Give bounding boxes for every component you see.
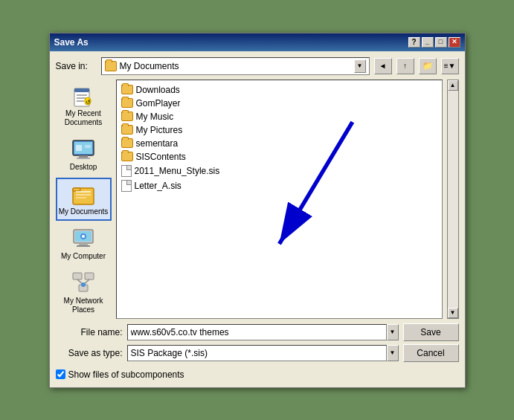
scroll-up-button[interactable]: ▲	[448, 80, 458, 91]
dialog-body: Save in: My Documents ▼ ◄ ↑ 📁 ≡▼	[50, 51, 465, 387]
file-scrollbar[interactable]: ▲ ▼	[447, 80, 459, 319]
svg-rect-15	[76, 191, 91, 193]
my-computer-icon	[71, 227, 95, 251]
save-type-label: Save as type:	[56, 348, 123, 358]
file-name-dropdown[interactable]: ▼	[387, 324, 399, 340]
back-button[interactable]: ◄	[374, 58, 392, 74]
views-icon: ≡▼	[444, 62, 456, 70]
list-item[interactable]: SISContents	[120, 150, 439, 164]
list-item[interactable]: My Music	[120, 110, 439, 123]
recent-docs-icon: ↺	[71, 84, 95, 108]
dropdown-arrow-icon: ▼	[357, 62, 363, 69]
nav-documents[interactable]: My Documents	[56, 178, 112, 221]
file-item-name: SISContents	[136, 152, 186, 162]
save-type-dropdown[interactable]: ▼	[387, 345, 399, 361]
folder-icon	[121, 112, 133, 121]
doc-icon	[121, 165, 132, 177]
save-button[interactable]: Save	[403, 323, 459, 341]
svg-rect-11	[76, 145, 82, 151]
close-button[interactable]: ✕	[449, 37, 460, 48]
nav-network[interactable]: My NetworkPlaces	[56, 267, 112, 319]
network-icon	[71, 271, 95, 295]
svg-rect-24	[73, 273, 82, 280]
show-subcomponents-checkbox[interactable]	[56, 369, 65, 379]
title-bar: Save As ? _ □ ✕	[50, 33, 465, 51]
recent-label: My RecentDocuments	[65, 109, 103, 127]
desktop-icon	[71, 138, 95, 161]
save-in-label: Save in:	[56, 61, 97, 71]
file-panel[interactable]: Downloads GomPlayer My Music My Pictures	[116, 80, 443, 319]
bottom-rows: File name: ▼ Save Save as type: ▼ C	[56, 323, 459, 362]
file-item-name: My Pictures	[136, 125, 183, 135]
doc-icon	[121, 180, 132, 192]
folder-icon	[121, 138, 133, 148]
svg-rect-14	[73, 188, 80, 191]
cancel-button[interactable]: Cancel	[403, 344, 459, 362]
save-in-dropdown-arrow[interactable]: ▼	[354, 59, 366, 73]
desktop-label: Desktop	[70, 163, 97, 172]
list-item[interactable]: Downloads	[120, 83, 439, 97]
up-button[interactable]: ↑	[396, 58, 414, 74]
documents-label: My Documents	[59, 207, 109, 216]
file-name-label: File name:	[56, 327, 123, 337]
up-icon: ↑	[403, 62, 407, 70]
nav-desktop[interactable]: Desktop	[56, 133, 112, 176]
nav-recent[interactable]: ↺ My RecentDocuments	[56, 80, 112, 132]
folder-icon	[121, 98, 133, 108]
svg-point-23	[82, 235, 85, 238]
svg-rect-16	[76, 194, 91, 196]
svg-rect-17	[76, 197, 86, 198]
back-icon: ◄	[379, 62, 387, 70]
minimize-button[interactable]: _	[422, 37, 434, 48]
svg-point-29	[81, 282, 86, 287]
my-documents-icon	[71, 182, 95, 206]
file-area: Downloads GomPlayer My Music My Pictures	[116, 80, 459, 319]
folder-icon	[121, 152, 133, 161]
svg-rect-20	[79, 243, 88, 245]
save-type-field-wrap: ▼	[127, 345, 399, 361]
help-button[interactable]: ?	[408, 37, 420, 48]
new-folder-button[interactable]: 📁	[419, 58, 437, 74]
file-name-input[interactable]	[127, 324, 387, 340]
computer-label: My Computer	[61, 252, 106, 261]
list-item[interactable]: Letter_A.sis	[120, 178, 439, 193]
views-button[interactable]: ≡▼	[441, 58, 459, 74]
left-panel: ↺ My RecentDocuments Desktop	[56, 80, 112, 319]
save-type-input[interactable]	[127, 345, 387, 361]
network-label: My NetworkPlaces	[64, 297, 103, 314]
show-subcomponents-label: Show files of subcomponents	[68, 369, 184, 380]
svg-rect-9	[79, 155, 88, 158]
svg-rect-25	[85, 273, 94, 280]
save-as-dialog: Save As ? _ □ ✕ Save in: My Documents ▼ …	[49, 33, 466, 388]
file-item-name: 2011_Menu_Style.sis	[135, 166, 220, 176]
checkbox-row: Show files of subcomponents	[56, 366, 459, 381]
file-item-name: Letter_A.sis	[135, 181, 181, 191]
list-item[interactable]: My Pictures	[120, 123, 439, 137]
maximize-button[interactable]: □	[435, 37, 447, 48]
svg-rect-10	[77, 158, 90, 159]
file-item-name: Downloads	[136, 85, 180, 95]
svg-rect-4	[77, 100, 84, 102]
folder-icon	[105, 61, 117, 71]
list-item[interactable]: sementara	[120, 137, 439, 150]
save-in-value: My Documents	[120, 61, 351, 71]
nav-computer[interactable]: My Computer	[56, 222, 112, 265]
file-name-field-wrap: ▼	[127, 324, 399, 340]
svg-text:↺: ↺	[86, 99, 91, 106]
list-item[interactable]: GomPlayer	[120, 97, 439, 110]
svg-rect-12	[85, 145, 91, 148]
file-item-name: sementara	[136, 138, 179, 149]
svg-rect-21	[77, 245, 90, 247]
dropdown-icon: ▼	[390, 329, 396, 335]
dialog-title: Save As	[54, 37, 89, 48]
scroll-down-button[interactable]: ▼	[448, 308, 458, 318]
svg-rect-1	[74, 88, 89, 92]
save-in-row: Save in: My Documents ▼ ◄ ↑ 📁 ≡▼	[56, 57, 459, 75]
save-type-arrow-icon: ▼	[390, 349, 396, 356]
folder-icon-sm2: 📁	[423, 61, 433, 71]
main-area: ↺ My RecentDocuments Desktop	[56, 80, 459, 319]
save-type-row: Save as type: ▼ Cancel	[56, 344, 459, 362]
file-item-name: GomPlayer	[136, 98, 181, 109]
save-in-combo[interactable]: My Documents ▼	[101, 57, 370, 75]
list-item[interactable]: 2011_Menu_Style.sis	[120, 164, 439, 178]
